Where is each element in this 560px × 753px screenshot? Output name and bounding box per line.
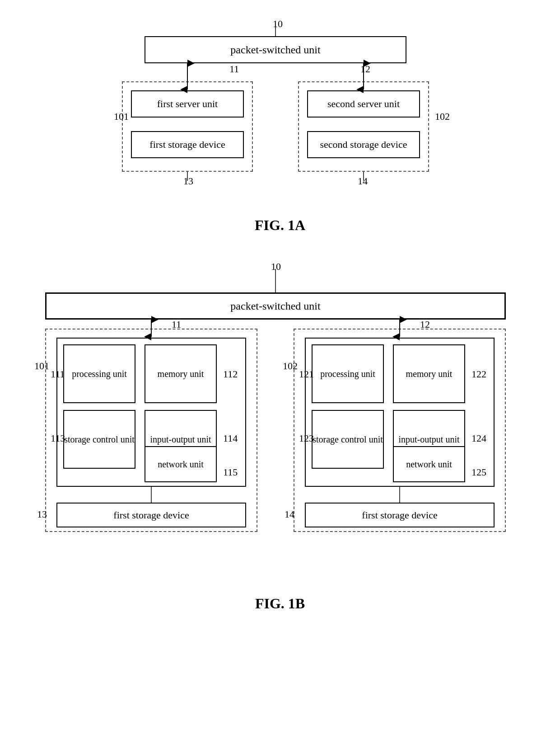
stor-ctrl-right: storage control unit: [312, 410, 384, 469]
stor-ctrl-left-label: storage control unit: [64, 434, 135, 445]
net-unit-right-label: network unit: [406, 459, 452, 470]
second-server-box: second server unit: [307, 90, 420, 118]
first-storage-label-1a: first storage device: [149, 139, 225, 151]
fig1b-label: FIG. 1B: [27, 595, 533, 612]
label-10-1a: 10: [273, 18, 283, 30]
second-server-label: second server unit: [327, 98, 400, 110]
mem-unit-left: memory unit: [145, 344, 217, 403]
num-14-1a: 14: [358, 175, 368, 187]
mem-unit-left-label: memory unit: [158, 369, 204, 379]
page: 10 packet-switched unit first server uni…: [0, 0, 560, 630]
num-13-1b: 13: [37, 508, 47, 520]
second-storage-box-1a: second storage device: [307, 131, 420, 158]
num-115-1b: 115: [223, 466, 238, 478]
num-122-1b: 122: [471, 368, 486, 380]
psu-box-1b: packet-switched unit: [45, 292, 506, 320]
label-10-1b: 10: [271, 261, 281, 273]
psu-box-1a: packet-switched unit: [145, 36, 406, 63]
num-102-1a: 102: [435, 111, 450, 122]
stor-dev-right: first storage device: [305, 503, 495, 527]
num-121-1b: 121: [299, 368, 314, 380]
first-storage-box-1a: first storage device: [131, 131, 244, 158]
num-14-1b: 14: [285, 508, 294, 520]
psu-label-1a: packet-switched unit: [230, 44, 320, 56]
diagram-1b: 10 packet-switched unit processing unit …: [32, 261, 528, 586]
num-123-1b: 123: [299, 433, 314, 444]
fig1b-section: 10 packet-switched unit processing unit …: [27, 261, 533, 612]
diagram-1a: 10 packet-switched unit first server uni…: [77, 18, 483, 208]
num-112-1b: 112: [223, 368, 238, 380]
proc-unit-right: processing unit: [312, 344, 384, 403]
num-12-1a: 12: [360, 63, 370, 75]
num-101-1b: 101: [34, 360, 49, 372]
num-111-1b: 111: [51, 368, 65, 380]
num-113-1b: 113: [51, 433, 65, 444]
fig1a-label: FIG. 1A: [27, 217, 533, 234]
stor-ctrl-left: storage control unit: [63, 410, 135, 469]
proc-unit-left: processing unit: [63, 344, 135, 403]
stor-dev-left-label: first storage device: [113, 509, 189, 521]
proc-unit-right-label: processing unit: [320, 369, 375, 379]
num-125-1b: 125: [471, 466, 486, 478]
num-114-1b: 114: [223, 433, 238, 444]
proc-unit-left-label: processing unit: [72, 369, 127, 379]
first-server-box: first server unit: [131, 90, 244, 118]
net-unit-right: network unit: [393, 446, 465, 482]
num-124-1b: 124: [471, 433, 486, 444]
net-unit-left: network unit: [145, 446, 217, 482]
io-unit-right-label: input-output unit: [399, 434, 460, 445]
num-11-1a: 11: [229, 63, 239, 75]
psu-label-1b: packet-switched unit: [230, 300, 320, 312]
stor-ctrl-right-label: storage control unit: [313, 434, 383, 445]
num-11-1b: 11: [172, 319, 181, 330]
net-unit-left-label: network unit: [158, 459, 204, 470]
num-12-1b: 12: [420, 319, 430, 330]
second-storage-label-1a: second storage device: [320, 139, 407, 151]
num-102-1b: 102: [283, 360, 298, 372]
fig1a-section: 10 packet-switched unit first server uni…: [27, 18, 533, 234]
stor-dev-left: first storage device: [56, 503, 246, 527]
num-13-1a: 13: [183, 175, 193, 187]
stor-dev-right-label: first storage device: [362, 509, 437, 521]
io-unit-left-label: input-output unit: [150, 434, 211, 445]
first-server-label: first server unit: [157, 98, 218, 110]
num-101-1a: 101: [114, 111, 129, 122]
mem-unit-right-label: memory unit: [406, 369, 453, 379]
mem-unit-right: memory unit: [393, 344, 465, 403]
